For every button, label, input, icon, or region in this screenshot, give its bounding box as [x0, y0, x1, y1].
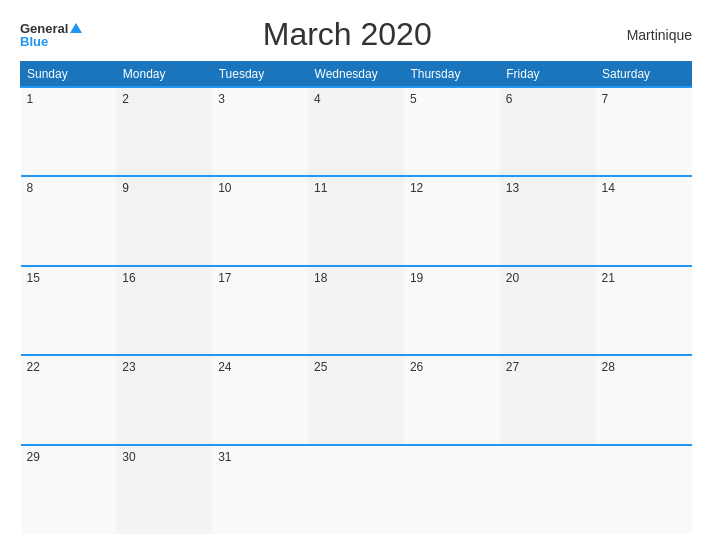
calendar-day-21: 21 [596, 266, 692, 355]
calendar-day-16: 16 [116, 266, 212, 355]
calendar-week-row: 15161718192021 [21, 266, 692, 355]
day-number: 16 [122, 271, 135, 285]
calendar-day-empty [308, 445, 404, 534]
calendar-day-1: 1 [21, 87, 117, 176]
day-number: 23 [122, 360, 135, 374]
day-number: 30 [122, 450, 135, 464]
day-header-wednesday: Wednesday [308, 62, 404, 88]
calendar-table: SundayMondayTuesdayWednesdayThursdayFrid… [20, 61, 692, 534]
day-number: 8 [27, 181, 34, 195]
calendar-day-5: 5 [404, 87, 500, 176]
day-number: 29 [27, 450, 40, 464]
day-number: 1 [27, 92, 34, 106]
day-number: 4 [314, 92, 321, 106]
page-header: General Blue March 2020 Martinique [20, 16, 692, 53]
day-number: 18 [314, 271, 327, 285]
calendar-day-24: 24 [212, 355, 308, 444]
calendar-day-10: 10 [212, 176, 308, 265]
calendar-day-empty [404, 445, 500, 534]
day-number: 10 [218, 181, 231, 195]
calendar-week-row: 1234567 [21, 87, 692, 176]
day-header-thursday: Thursday [404, 62, 500, 88]
calendar-day-18: 18 [308, 266, 404, 355]
calendar-day-25: 25 [308, 355, 404, 444]
logo-blue-text: Blue [20, 35, 48, 48]
calendar-day-12: 12 [404, 176, 500, 265]
calendar-day-empty [596, 445, 692, 534]
calendar-week-row: 22232425262728 [21, 355, 692, 444]
day-number: 15 [27, 271, 40, 285]
calendar-day-9: 9 [116, 176, 212, 265]
day-header-sunday: Sunday [21, 62, 117, 88]
calendar-day-6: 6 [500, 87, 596, 176]
calendar-day-4: 4 [308, 87, 404, 176]
day-number: 21 [602, 271, 615, 285]
calendar-week-row: 891011121314 [21, 176, 692, 265]
calendar-day-14: 14 [596, 176, 692, 265]
calendar-day-20: 20 [500, 266, 596, 355]
calendar-day-27: 27 [500, 355, 596, 444]
calendar-day-3: 3 [212, 87, 308, 176]
day-number: 19 [410, 271, 423, 285]
day-number: 3 [218, 92, 225, 106]
day-number: 7 [602, 92, 609, 106]
region-label: Martinique [612, 27, 692, 43]
calendar-week-row: 293031 [21, 445, 692, 534]
day-number: 5 [410, 92, 417, 106]
calendar-day-11: 11 [308, 176, 404, 265]
calendar-day-empty [500, 445, 596, 534]
logo: General Blue [20, 22, 82, 48]
day-number: 17 [218, 271, 231, 285]
day-number: 11 [314, 181, 327, 195]
day-number: 6 [506, 92, 513, 106]
day-number: 27 [506, 360, 519, 374]
calendar-header-row: SundayMondayTuesdayWednesdayThursdayFrid… [21, 62, 692, 88]
day-header-friday: Friday [500, 62, 596, 88]
calendar-body: 1234567891011121314151617181920212223242… [21, 87, 692, 534]
day-header-tuesday: Tuesday [212, 62, 308, 88]
calendar-day-31: 31 [212, 445, 308, 534]
day-header-saturday: Saturday [596, 62, 692, 88]
logo-triangle-icon [70, 23, 82, 33]
day-header-monday: Monday [116, 62, 212, 88]
day-number: 24 [218, 360, 231, 374]
day-number: 31 [218, 450, 231, 464]
day-number: 13 [506, 181, 519, 195]
calendar-day-17: 17 [212, 266, 308, 355]
calendar-title: March 2020 [82, 16, 612, 53]
day-number: 28 [602, 360, 615, 374]
calendar-day-8: 8 [21, 176, 117, 265]
calendar-day-28: 28 [596, 355, 692, 444]
calendar-day-23: 23 [116, 355, 212, 444]
logo-general-text: General [20, 22, 68, 35]
calendar-day-13: 13 [500, 176, 596, 265]
day-number: 9 [122, 181, 129, 195]
day-number: 26 [410, 360, 423, 374]
calendar-day-2: 2 [116, 87, 212, 176]
day-number: 2 [122, 92, 129, 106]
day-number: 25 [314, 360, 327, 374]
calendar-day-19: 19 [404, 266, 500, 355]
calendar-day-7: 7 [596, 87, 692, 176]
calendar-day-29: 29 [21, 445, 117, 534]
day-number: 20 [506, 271, 519, 285]
day-number: 22 [27, 360, 40, 374]
calendar-day-15: 15 [21, 266, 117, 355]
calendar-day-30: 30 [116, 445, 212, 534]
day-number: 14 [602, 181, 615, 195]
day-number: 12 [410, 181, 423, 195]
calendar-day-22: 22 [21, 355, 117, 444]
calendar-day-26: 26 [404, 355, 500, 444]
